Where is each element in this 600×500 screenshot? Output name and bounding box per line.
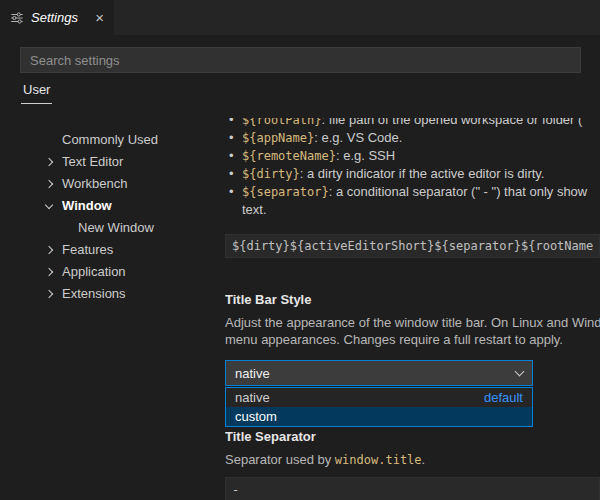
- toc-label: Application: [62, 264, 126, 279]
- toc-label: Features: [62, 242, 113, 257]
- toc-item-text-editor[interactable]: Text Editor: [0, 151, 222, 173]
- list-item: ${appName}: e.g. VS Code.: [225, 129, 600, 147]
- title-bar-style-dropdown: native default custom: [225, 387, 533, 427]
- setting-title-separator: Title Separator Separator used by window…: [225, 429, 600, 500]
- toc-item-features[interactable]: Features: [0, 239, 222, 261]
- tab-title: Settings: [31, 10, 78, 25]
- list-item-continuation: text.: [225, 201, 600, 218]
- close-tab-icon[interactable]: ×: [95, 10, 104, 25]
- code-token: ${appName}: [242, 131, 314, 145]
- chevron-down-icon: [515, 366, 525, 376]
- option-native[interactable]: native default: [226, 388, 532, 407]
- setting-label: Title Separator: [225, 429, 600, 445]
- list-item: ${dirty}: a dirty indicator if the activ…: [225, 165, 600, 183]
- toc-item-commonly-used[interactable]: Commonly Used: [0, 129, 222, 151]
- chevron-right-icon: [45, 158, 53, 166]
- list-item: ${remoteName}: e.g. SSH: [225, 147, 600, 165]
- option-default-hint: default: [484, 388, 523, 407]
- settings-search: [20, 47, 581, 73]
- chevron-right-icon: [45, 268, 53, 276]
- tab-settings[interactable]: Settings ×: [0, 0, 114, 35]
- editor-tab-bar: Settings ×: [0, 0, 600, 35]
- toc-item-application[interactable]: Application: [0, 261, 222, 283]
- code-token: ${separator}: [242, 185, 329, 199]
- setting-title-bar-style: ⚙ Title Bar Style Adjust the appearance …: [225, 292, 600, 386]
- option-label: native: [235, 388, 270, 407]
- setting-description-line2: menu appearances. Changes require a full…: [225, 331, 600, 348]
- settings-toc: Commonly Used Text Editor Workbench Wind…: [0, 129, 222, 305]
- window-title-variable-list: ${rootPath}: file path of the opened wor…: [225, 118, 600, 218]
- selected-value: native: [235, 366, 270, 381]
- code-token: ${remoteName}: [242, 149, 336, 163]
- search-input[interactable]: [20, 47, 581, 73]
- tab-user[interactable]: User: [21, 82, 52, 104]
- code-token: ${rootPath}: [242, 118, 321, 127]
- title-bar-style-select[interactable]: native: [225, 360, 533, 386]
- settings-sliders-icon: [10, 11, 24, 25]
- toc-item-workbench[interactable]: Workbench: [0, 173, 222, 195]
- code-token: window.title: [335, 453, 422, 467]
- toc-item-window[interactable]: Window: [0, 195, 222, 217]
- title-separator-input[interactable]: [225, 477, 600, 500]
- list-item: ${rootPath}: file path of the opened wor…: [225, 118, 600, 129]
- setting-label: Title Bar Style: [225, 292, 600, 308]
- chevron-down-icon: [45, 201, 53, 209]
- settings-content: ${rootPath}: file path of the opened wor…: [225, 118, 600, 500]
- toc-label: Commonly Used: [62, 132, 158, 147]
- toc-item-extensions[interactable]: Extensions: [0, 283, 222, 305]
- list-item: ${separator}: a conditional separator ("…: [225, 183, 600, 201]
- toc-label: Text Editor: [62, 154, 123, 169]
- option-label: custom: [235, 407, 277, 426]
- scope-tabs: User: [21, 82, 52, 104]
- toc-label: Extensions: [62, 286, 126, 301]
- title-bar-style-select-wrap: native native default custom: [225, 360, 533, 386]
- setting-description-line1: Adjust the appearance of the window titl…: [225, 314, 600, 331]
- option-custom[interactable]: custom: [226, 407, 532, 426]
- toc-item-new-window[interactable]: New Window: [0, 217, 222, 239]
- code-token: ${dirty}: [242, 167, 300, 181]
- chevron-right-icon: [45, 290, 53, 298]
- chevron-right-icon: [45, 180, 53, 188]
- toc-label: New Window: [78, 220, 154, 235]
- window-title-input[interactable]: [225, 234, 600, 258]
- setting-description: Separator used by window.title.: [225, 451, 600, 469]
- toc-label: Workbench: [62, 176, 128, 191]
- chevron-right-icon: [45, 246, 53, 254]
- toc-label: Window: [62, 198, 112, 213]
